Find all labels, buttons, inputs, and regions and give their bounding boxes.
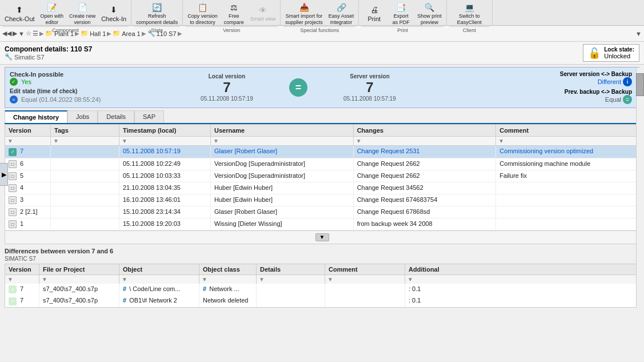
tab-jobs[interactable]: Jobs — [67, 110, 98, 123]
folder-icon-hall: 📁 — [81, 30, 89, 37]
diff-data-row[interactable]: ✓ 7 s7_400\s7_400.s7p # OB1\# Network 2 … — [5, 295, 639, 308]
toolbar-group-special: 📥 Smart import forsupplier projects 🔗 Ea… — [281, 0, 359, 25]
check-in-value: ✓ Yes — [10, 78, 170, 86]
expand-button[interactable]: ▼ — [315, 233, 329, 241]
row-version-2: □ 5 — [5, 170, 51, 182]
print-button[interactable]: 🖨 Print — [361, 4, 387, 24]
special-group-label: Special functions — [283, 26, 356, 34]
row-timestamp-1: 05.11.2008 10:22:49 — [119, 158, 211, 170]
folder-icon-plant: 📁 — [45, 30, 53, 37]
table-row[interactable]: ✓ 7 05.11.2008 10:57:19 Glaser [Robert G… — [5, 146, 639, 158]
check-out-button[interactable]: ⬆ Check-Out — [2, 4, 37, 24]
open-editor-button[interactable]: 📝 Open witheditor — [38, 2, 66, 26]
nav-list[interactable]: ☰ — [33, 30, 38, 37]
nav-star[interactable]: ☆ — [26, 30, 31, 37]
scrollbar-thumb[interactable] — [636, 73, 644, 96]
diff-col-version: Version — [5, 264, 39, 275]
diff-filter-additional: ▼ — [405, 275, 639, 284]
filter-changes: ▼ — [354, 137, 497, 145]
create-version-button[interactable]: 📄 Create newversion — [67, 2, 98, 26]
nav-down[interactable]: ▼ — [18, 30, 25, 37]
lock-box: 🔓 Lock state: Unlocked — [583, 44, 639, 62]
toolbar-group-client: 💻 Switch toEasyClient Client — [447, 0, 493, 25]
check-in-button[interactable]: ⬇ Check-In — [99, 4, 129, 24]
diff-table-header: Version File or Project Object Object cl… — [5, 264, 639, 275]
server-version-date: 05.11.2008 10:57:19 — [343, 96, 396, 102]
row-icon-3: □ — [9, 184, 17, 192]
info-local-version: Local version 7 05.11.2008 10:57:19 — [170, 71, 284, 104]
row-version-6: □ 1 — [5, 218, 51, 230]
table-row[interactable]: □ 2 [2.1] 15.10.2008 23:14:34 Glaser [Ro… — [5, 206, 639, 218]
diff-filter-comment: ▼ — [325, 275, 405, 284]
row-timestamp-2: 05.11.2008 10:03:33 — [119, 170, 211, 182]
component-subtitle-text: Simatic S7 — [14, 54, 45, 61]
row-tags-2 — [51, 170, 119, 182]
row-username-4: Huber [Edwin Huber] — [211, 194, 354, 206]
diff-filter-file: ▼ — [39, 275, 119, 284]
equals-icon: = — [289, 78, 307, 97]
breadcrumb-item-component[interactable]: 🔧 110 S7 — [147, 30, 177, 37]
diff-data-row[interactable]: ✓ 7 s7_400\s7_400.s7p # \ Code/Line com.… — [5, 284, 639, 296]
easy-asset-icon: 🔗 — [337, 3, 346, 13]
row-comment-6 — [496, 218, 639, 230]
diff-row0-object: # \ Code/Line com... — [119, 284, 199, 296]
info-server-version: Server version 7 05.11.2008 10:57:19 — [313, 71, 427, 104]
row-comment-3 — [496, 182, 639, 194]
diff-col-comment: Comment — [325, 264, 405, 275]
diff-title: Differences between version 7 and 6 — [5, 248, 639, 254]
filter-version: ▼ — [5, 137, 51, 145]
toolbar-group-state: 🔄 Refreshcomponent details State — [131, 0, 183, 25]
easy-asset-button[interactable]: 🔗 Easy AssetIntegrator — [326, 2, 357, 26]
copy-version-button[interactable]: 📋 Copy versionto directory — [185, 2, 220, 26]
row-tags-5 — [51, 206, 119, 218]
table-row[interactable]: □ 4 21.10.2008 13:04:35 Huber [Edwin Hub… — [5, 182, 639, 194]
app-container: ⬆ Check-Out 📝 Open witheditor 📄 Create n… — [0, 0, 644, 362]
filter-timestamp: ▼ — [119, 137, 211, 145]
change-history-table: Version Tags Timestamp (local) Username … — [5, 124, 639, 231]
export-pdf-button[interactable]: 📑 Exportas PDF — [388, 2, 414, 26]
diff-row0-additional: : 0.1 — [405, 284, 639, 296]
smart-view-icon: 👁 — [259, 6, 267, 15]
row-tags-4 — [51, 194, 119, 206]
row-changes-5: Change Request 67868sd — [354, 206, 497, 218]
row-comment-1: Commissioning machine module — [496, 158, 639, 170]
nav-forward[interactable]: ▶ — [13, 30, 17, 37]
free-compare-button[interactable]: ⚖ Freecompare — [221, 2, 247, 26]
smart-view-button[interactable]: 👁 Smart view — [248, 5, 278, 23]
show-print-button[interactable]: 🔍 Show printpreview — [415, 2, 444, 26]
diff-row1-class: Network deleted — [199, 295, 257, 307]
tab-sap[interactable]: SAP — [134, 110, 164, 123]
smart-import-button[interactable]: 📥 Smart import forsupplier projects — [283, 2, 325, 26]
tab-change-history[interactable]: Change history — [5, 110, 67, 123]
table-header: Version Tags Timestamp (local) Username … — [5, 125, 639, 137]
folder-icon-area: 📁 — [113, 30, 121, 37]
nav-back[interactable]: ◀◀ — [2, 30, 11, 37]
side-toggle[interactable]: ▶ — [0, 163, 8, 186]
simatic-icon: 🔧 — [5, 53, 13, 61]
breadcrumb-item-area[interactable]: 📁 Area 1 — [113, 30, 140, 37]
table-row[interactable]: □ 3 16.10.2008 13:46:01 Huber [Edwin Hub… — [5, 194, 639, 206]
expand-breadcrumb[interactable]: ▼ — [635, 30, 642, 37]
row-icon-2: □ — [9, 172, 17, 180]
row-tags-6 — [51, 218, 119, 230]
refresh-button[interactable]: 🔄 Refreshcomponent details — [134, 2, 180, 26]
table-row[interactable]: □ 6 05.11.2008 10:22:49 VersionDog [Supe… — [5, 158, 639, 170]
create-version-icon: 📄 — [78, 3, 87, 13]
info-left: Check-In possible ✓ Yes Edit state (time… — [10, 71, 170, 104]
tab-details[interactable]: Details — [98, 110, 134, 123]
diff-filter-details: ▼ — [257, 275, 325, 284]
breadcrumb-item-plant[interactable]: 📁 Plant 1 — [45, 30, 74, 37]
switch-easy-button[interactable]: 💻 Switch toEasyClient — [455, 2, 484, 26]
diff-row0-class-icon: # — [203, 285, 206, 292]
table-row[interactable]: □ 1 15.10.2008 19:20:03 Wissing [Dieter … — [5, 218, 639, 230]
prev-backup-label: Prev. backup <-> Backup — [427, 89, 632, 95]
breadcrumb-item-hall[interactable]: 📁 Hall 1 — [81, 30, 106, 37]
refresh-icon: 🔄 — [152, 3, 162, 13]
row-version-3: □ 4 — [5, 182, 51, 194]
row-username-1: VersionDog [Superadministrator] — [211, 158, 354, 170]
check-in-label: Check-In possible — [10, 71, 170, 78]
table-row[interactable]: □ 5 05.11.2008 10:03:33 VersionDog [Supe… — [5, 170, 639, 182]
diff-filter-row: ▼ ▼ ▼ ▼ ▼ ▼ ▼ — [5, 275, 639, 284]
scrollbar — [636, 67, 644, 308]
filter-username: ▼ — [211, 137, 354, 145]
